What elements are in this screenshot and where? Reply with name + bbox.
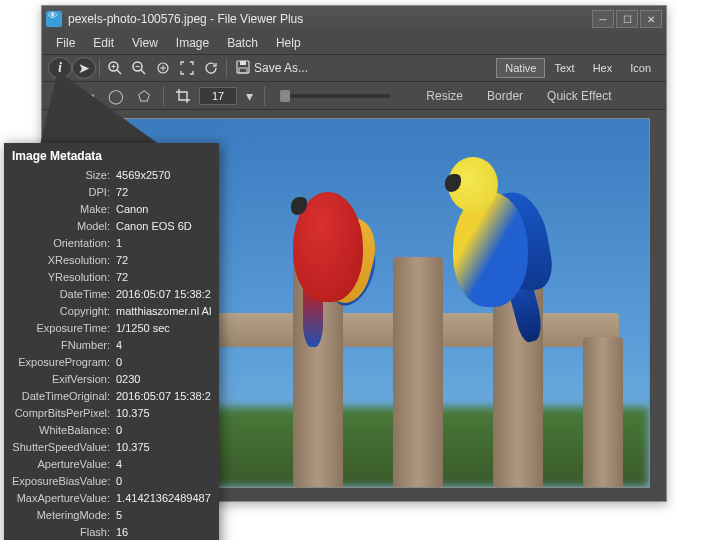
nav-arrow-button[interactable]: ➤ <box>72 57 96 79</box>
metadata-row: MeteringMode:5 <box>12 507 211 524</box>
metadata-value: 4 <box>116 337 211 354</box>
metadata-value: 2016:05:07 15:38:22 <box>116 388 211 405</box>
marquee-tool-icon[interactable]: ▭ <box>76 85 100 107</box>
refresh-icon[interactable] <box>199 57 223 79</box>
menu-image[interactable]: Image <box>168 34 217 52</box>
metadata-row: MaxApertureValue:1.41421362489487 <box>12 490 211 507</box>
quick-effect-button[interactable]: Quick Effect <box>537 86 621 106</box>
metadata-label: DPI: <box>12 184 116 201</box>
save-as-button[interactable]: Save As... <box>230 58 314 79</box>
view-tab-text[interactable]: Text <box>545 58 583 78</box>
metadata-title: Image Metadata <box>12 149 211 163</box>
metadata-label: DateTimeOriginal: <box>12 388 116 405</box>
metadata-label: Copyright: <box>12 303 116 320</box>
metadata-row: Size:4569x2570 <box>12 167 211 184</box>
polygon-tool-icon[interactable]: ⬠ <box>132 85 156 107</box>
metadata-label: XResolution: <box>12 252 116 269</box>
metadata-label: ExifVersion: <box>12 371 116 388</box>
metadata-row: ExifVersion:0230 <box>12 371 211 388</box>
metadata-row: ExposureProgram:0 <box>12 354 211 371</box>
metadata-label: YResolution: <box>12 269 116 286</box>
metadata-label: MaxApertureValue: <box>12 490 116 507</box>
metadata-row: Make:Canon <box>12 201 211 218</box>
metadata-label: MeteringMode: <box>12 507 116 524</box>
zoom-slider[interactable] <box>280 94 390 98</box>
metadata-value: 1 <box>116 235 211 252</box>
metadata-label: Size: <box>12 167 116 184</box>
zoom-in-icon[interactable] <box>103 57 127 79</box>
image-toolbar: ✋ ▭ ◯ ⬠ 17 ▾ Resize Border Quick Effect <box>42 82 666 110</box>
metadata-label: ComprBitsPerPixel: <box>12 405 116 422</box>
hand-tool-icon[interactable]: ✋ <box>48 85 72 107</box>
lasso-tool-icon[interactable]: ◯ <box>104 85 128 107</box>
titlebar[interactable]: pexels-photo-100576.jpeg - File Viewer P… <box>42 6 666 32</box>
metadata-value: Canon <box>116 201 211 218</box>
metadata-label: ApertureValue: <box>12 456 116 473</box>
metadata-label: Flash: <box>12 524 116 540</box>
metadata-value: 2016:05:07 15:38:22 <box>116 286 211 303</box>
metadata-row: XResolution:72 <box>12 252 211 269</box>
metadata-row: DPI:72 <box>12 184 211 201</box>
dropdown-icon[interactable]: ▾ <box>241 85 257 107</box>
svg-line-5 <box>141 70 145 74</box>
app-icon <box>46 11 62 27</box>
menu-help[interactable]: Help <box>268 34 309 52</box>
separator <box>163 86 164 106</box>
main-toolbar: i ➤ Save As... Native Text Hex Icon <box>42 54 666 82</box>
metadata-label: FNumber: <box>12 337 116 354</box>
metadata-value: 4 <box>116 456 211 473</box>
minimize-button[interactable]: ─ <box>592 10 614 28</box>
save-as-label: Save As... <box>254 61 308 75</box>
metadata-row: Orientation:1 <box>12 235 211 252</box>
menu-batch[interactable]: Batch <box>219 34 266 52</box>
fit-screen-icon[interactable] <box>175 57 199 79</box>
close-button[interactable]: ✕ <box>640 10 662 28</box>
metadata-value: 0230 <box>116 371 211 388</box>
crop-tool-icon[interactable] <box>171 85 195 107</box>
view-mode-tabs: Native Text Hex Icon <box>496 58 660 78</box>
metadata-value: 1/1250 sec <box>116 320 211 337</box>
view-tab-hex[interactable]: Hex <box>584 58 622 78</box>
info-button[interactable]: i <box>48 57 72 79</box>
metadata-label: Orientation: <box>12 235 116 252</box>
slider-thumb[interactable] <box>280 90 290 102</box>
metadata-value: 10.375 <box>116 405 211 422</box>
metadata-row: FNumber:4 <box>12 337 211 354</box>
menu-edit[interactable]: Edit <box>85 34 122 52</box>
metadata-label: Make: <box>12 201 116 218</box>
metadata-label: ShutterSpeedValue: <box>12 439 116 456</box>
metadata-row: Copyright:matthiaszomer.nl All Rights Re… <box>12 303 211 320</box>
crop-size-input[interactable]: 17 <box>199 87 237 105</box>
metadata-row: ShutterSpeedValue:10.375 <box>12 439 211 456</box>
metadata-panel: Image Metadata Size:4569x2570DPI:72Make:… <box>4 143 219 540</box>
menu-file[interactable]: File <box>48 34 83 52</box>
metadata-row: ExposureTime:1/1250 sec <box>12 320 211 337</box>
zoom-reset-icon[interactable] <box>151 57 175 79</box>
metadata-row: ApertureValue:4 <box>12 456 211 473</box>
metadata-value: 1.41421362489487 <box>116 490 211 507</box>
metadata-value: 0 <box>116 422 211 439</box>
metadata-value: matthiaszomer.nl All Rights Res <box>116 303 211 320</box>
zoom-out-icon[interactable] <box>127 57 151 79</box>
metadata-row: ComprBitsPerPixel:10.375 <box>12 405 211 422</box>
metadata-label: Model: <box>12 218 116 235</box>
menu-view[interactable]: View <box>124 34 166 52</box>
metadata-value: 72 <box>116 252 211 269</box>
border-button[interactable]: Border <box>477 86 533 106</box>
view-tab-native[interactable]: Native <box>496 58 545 78</box>
resize-button[interactable]: Resize <box>416 86 473 106</box>
view-tab-icon[interactable]: Icon <box>621 58 660 78</box>
menubar: File Edit View Image Batch Help <box>42 32 666 54</box>
metadata-label: DateTime: <box>12 286 116 303</box>
metadata-value: 72 <box>116 184 211 201</box>
metadata-value: 72 <box>116 269 211 286</box>
metadata-value: 0 <box>116 354 211 371</box>
maximize-button[interactable]: ☐ <box>616 10 638 28</box>
image-subject <box>433 152 563 322</box>
separator <box>99 58 100 78</box>
separator <box>264 86 265 106</box>
separator <box>226 58 227 78</box>
svg-rect-12 <box>239 68 247 73</box>
image-subject <box>273 167 383 317</box>
metadata-label: ExposureProgram: <box>12 354 116 371</box>
